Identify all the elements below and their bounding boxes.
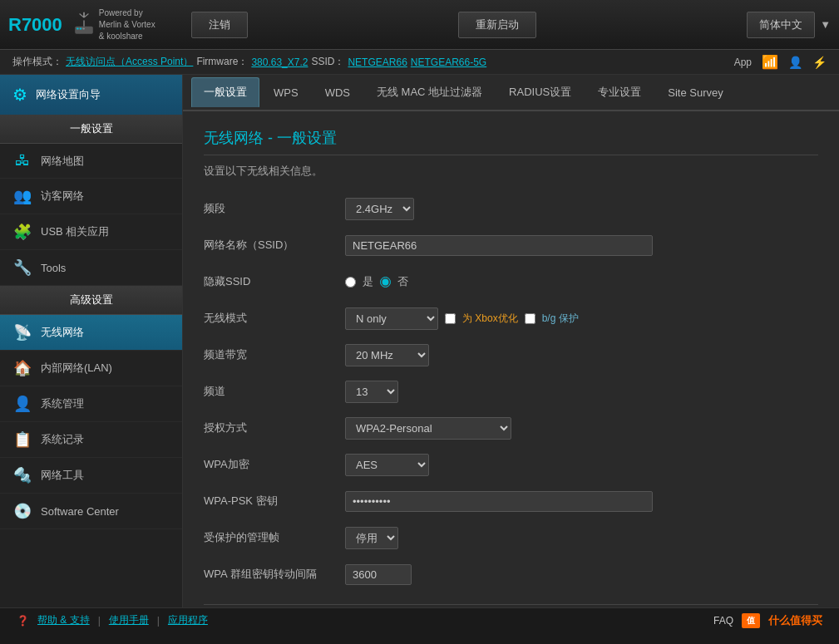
- protected-mgmt-select[interactable]: 停用 启用: [345, 527, 398, 549]
- system-admin-icon: 👤: [12, 395, 32, 413]
- chevron-down-icon: ▼: [820, 18, 831, 31]
- wireless-mode-select[interactable]: B only G only N only B/G Mixed G/N Mixed…: [345, 307, 438, 330]
- wireless-icon: 📡: [12, 323, 32, 342]
- mode-label: 操作模式：: [12, 55, 62, 69]
- group-key-input[interactable]: [345, 564, 412, 585]
- svg-rect-3: [82, 27, 85, 29]
- faq-link[interactable]: FAQ: [713, 615, 733, 627]
- header: R7000 Powered by Merlin & Vortex & kools…: [0, 0, 839, 50]
- sidebar-item-usb-apps[interactable]: 🧩 USB 相关应用: [0, 214, 182, 250]
- model-label: R7000: [8, 14, 62, 36]
- sidebar-item-guest-network[interactable]: 👥 访客网络: [0, 179, 182, 214]
- tab-mac-filter[interactable]: 无线 MAC 地址过滤器: [364, 77, 495, 107]
- sidebar-section-general: 一般设置: [0, 115, 182, 144]
- sidebar-item-setup-wizard[interactable]: ⚙ 网络设置向导: [0, 75, 182, 115]
- help-icon: ❓: [17, 615, 29, 627]
- mode-link[interactable]: 无线访问点（Access Point）: [66, 55, 193, 69]
- wpa-psk-row: WPA-PSK 密钥: [204, 488, 818, 514]
- auth-select[interactable]: Open System WPA-Personal WPA2-Personal W…: [345, 417, 511, 440]
- channel-select[interactable]: 1234 5678 9101112 13自动: [345, 381, 398, 403]
- ssid-control: [345, 235, 818, 256]
- hide-ssid-no-radio[interactable]: [380, 277, 391, 288]
- sidebar-item-tools[interactable]: 🔧 Tools: [0, 250, 182, 286]
- auth-control: Open System WPA-Personal WPA2-Personal W…: [345, 417, 818, 440]
- svg-rect-0: [75, 26, 93, 33]
- app-link[interactable]: 应用程序: [168, 613, 208, 627]
- wireless-mode-control: B only G only N only B/G Mixed G/N Mixed…: [345, 307, 818, 330]
- frequency-select[interactable]: 2.4GHz 5GHz: [345, 198, 414, 220]
- restart-button[interactable]: 重新启动: [458, 12, 536, 38]
- language-button[interactable]: 简体中文: [747, 12, 815, 38]
- wpa-enc-control: AES TKIP TKIP+AES: [345, 454, 818, 476]
- channel-bw-row: 频道带宽 20 MHz 40 MHz 20/40 MHz: [204, 342, 818, 368]
- ssid1-link[interactable]: NETGEAR66: [348, 57, 407, 68]
- sidebar-item-wireless[interactable]: 📡 无线网络: [0, 315, 182, 351]
- status-left: 操作模式： 无线访问点（Access Point） Firmware： 380.…: [12, 55, 486, 69]
- sidebar-item-lan[interactable]: 🏠 内部网络(LAN): [0, 351, 182, 386]
- wpa-enc-select[interactable]: AES TKIP TKIP+AES: [345, 454, 429, 476]
- tab-site-survey[interactable]: Site Survey: [655, 79, 735, 106]
- system-log-icon: 📋: [12, 430, 32, 449]
- page-title: 无线网络 - 一般设置: [204, 128, 818, 155]
- channel-bw-select[interactable]: 20 MHz 40 MHz 20/40 MHz: [345, 344, 429, 366]
- wpa-psk-input[interactable]: [345, 491, 653, 512]
- network-tools-label: 网络工具: [41, 468, 84, 483]
- powered-by: Powered by Merlin & Vortex & koolshare: [99, 7, 155, 42]
- sidebar-item-system-admin[interactable]: 👤 系统管理: [0, 386, 182, 422]
- firmware-link[interactable]: 380.63_X7.2: [251, 57, 308, 68]
- lan-label: 内部网络(LAN): [41, 361, 112, 376]
- frequency-label: 频段: [204, 201, 345, 216]
- help-link[interactable]: 帮助 & 支持: [37, 613, 90, 627]
- footer-right: FAQ 值 什么值得买: [713, 613, 822, 628]
- guest-network-label: 访客网络: [41, 189, 84, 204]
- ssid-input[interactable]: [345, 235, 653, 256]
- right-panel: 一般设置 WPS WDS 无线 MAC 地址过滤器 RADIUS设置 专业设置 …: [183, 75, 839, 607]
- channel-bw-label: 频道带宽: [204, 347, 345, 362]
- svg-line-7: [84, 13, 88, 17]
- wifi-icon: 📶: [762, 54, 778, 70]
- hide-ssid-row: 隐藏SSID 是 否: [204, 268, 818, 295]
- frequency-row: 频段 2.4GHz 5GHz: [204, 195, 818, 222]
- tab-wds[interactable]: WDS: [313, 79, 363, 106]
- group-key-row: WPA 群组密钥转动间隔: [204, 561, 818, 587]
- protected-mgmt-row: 受保护的管理帧 停用 启用: [204, 524, 818, 551]
- sidebar-item-system-log[interactable]: 📋 系统记录: [0, 422, 182, 458]
- hide-ssid-yes-radio[interactable]: [345, 277, 356, 288]
- xbox-optimize-label: 为 Xbox优化: [462, 312, 518, 326]
- manual-link[interactable]: 使用手册: [109, 613, 149, 627]
- wireless-mode-row: 无线模式 B only G only N only B/G Mixed G/N …: [204, 305, 818, 332]
- software-center-label: Software Center: [41, 505, 119, 518]
- brand-name: 什么值得买: [768, 613, 822, 628]
- hide-ssid-yes-label: 是: [363, 274, 373, 289]
- frequency-control: 2.4GHz 5GHz: [345, 198, 818, 220]
- wpa-psk-control: [345, 491, 818, 512]
- header-nav: 注销 重新启动 简体中文 ▼: [191, 12, 831, 38]
- tools-label: Tools: [41, 262, 66, 274]
- tab-general[interactable]: 一般设置: [191, 77, 259, 107]
- system-log-label: 系统记录: [41, 432, 84, 447]
- tools-icon: 🔧: [12, 258, 32, 277]
- register-button[interactable]: 注销: [191, 12, 248, 38]
- xbox-optimize-checkbox[interactable]: [445, 313, 456, 324]
- sidebar-item-network-tools[interactable]: 🔩 网络工具: [0, 458, 182, 494]
- ssid2-link[interactable]: NETGEAR66-5G: [411, 57, 486, 68]
- app-label: App: [734, 57, 752, 68]
- tab-radius[interactable]: RADIUS设置: [496, 77, 584, 107]
- wpa-enc-label: WPA加密: [204, 457, 345, 472]
- logo-section: R7000 Powered by Merlin & Vortex & kools…: [8, 7, 191, 42]
- group-key-label: WPA 群组密钥转动间隔: [204, 567, 345, 582]
- tab-professional[interactable]: 专业设置: [585, 77, 654, 107]
- channel-control: 1234 5678 9101112 13自动: [345, 381, 818, 403]
- channel-label: 频道: [204, 384, 345, 399]
- protected-mgmt-control: 停用 启用: [345, 527, 818, 549]
- network-map-label: 网络地图: [41, 154, 84, 169]
- lan-icon: 🏠: [12, 359, 32, 377]
- ssid-label: SSID：: [311, 55, 344, 69]
- footer-left: ❓ 帮助 & 支持 | 使用手册 | 应用程序: [17, 613, 208, 627]
- wpa-enc-row: WPA加密 AES TKIP TKIP+AES: [204, 451, 818, 478]
- tab-wps[interactable]: WPS: [261, 79, 311, 106]
- sidebar-item-software-center[interactable]: 💿 Software Center: [0, 494, 182, 529]
- wizard-icon: ⚙: [12, 85, 27, 105]
- bg-protect-checkbox[interactable]: [525, 313, 535, 324]
- sidebar-item-network-map[interactable]: 🖧 网络地图: [0, 144, 182, 179]
